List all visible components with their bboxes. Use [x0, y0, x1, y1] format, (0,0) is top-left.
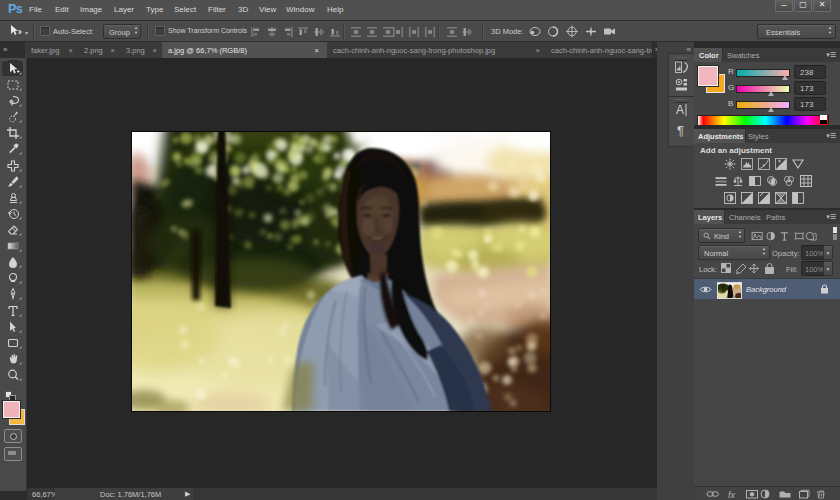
- svg-text:¶: ¶: [677, 123, 684, 138]
- svg-text:A: A: [676, 103, 684, 117]
- svg-text:fx: fx: [728, 490, 736, 500]
